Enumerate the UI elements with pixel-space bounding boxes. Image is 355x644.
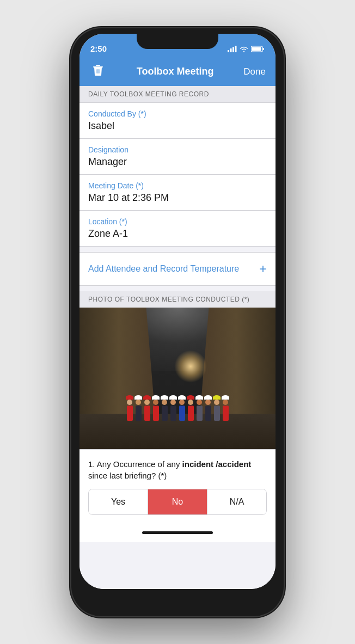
svg-rect-9 xyxy=(97,69,98,73)
phone-outer: 2:50 xyxy=(0,0,355,644)
conducted-by-value: Isabel xyxy=(88,120,267,132)
helmet xyxy=(161,395,168,400)
no-button[interactable]: No xyxy=(148,489,207,514)
nav-bar: Toolbox Meeting Done xyxy=(79,58,276,86)
person-1 xyxy=(126,395,133,421)
person-4 xyxy=(152,395,160,421)
helmet xyxy=(195,395,203,400)
conducted-by-field[interactable]: Conducted By (*) Isabel xyxy=(79,103,276,139)
svg-rect-2 xyxy=(232,47,234,52)
body xyxy=(223,406,229,421)
body xyxy=(179,406,185,421)
question-text-part1: Any Occurrence of any xyxy=(97,459,180,469)
body xyxy=(144,406,150,421)
designation-field[interactable]: Designation Manager xyxy=(79,139,276,175)
svg-rect-0 xyxy=(228,50,229,52)
question-number: 1. xyxy=(88,459,95,469)
photo-section-header: PHOTO OF TOOLBOX MEETING CONDUCTED (*) xyxy=(79,291,276,308)
phone-screen: 2:50 xyxy=(79,34,276,589)
person-3 xyxy=(143,395,151,421)
svg-rect-3 xyxy=(235,46,237,52)
helmet xyxy=(204,395,212,400)
notch xyxy=(137,34,218,49)
yes-button[interactable]: Yes xyxy=(89,489,148,514)
question-text: 1. Any Occurrence of any incident /accid… xyxy=(88,458,267,481)
tunnel-light xyxy=(174,350,207,383)
helmet xyxy=(126,395,133,400)
meeting-date-label: Meeting Date (*) xyxy=(88,181,267,190)
body xyxy=(162,406,168,421)
delete-button[interactable] xyxy=(89,61,107,82)
helmet xyxy=(187,395,194,400)
battery-icon xyxy=(251,46,265,52)
svg-rect-7 xyxy=(93,66,103,68)
location-field[interactable]: Location (*) Zone A-1 xyxy=(79,211,276,246)
svg-rect-1 xyxy=(230,48,232,52)
question-section: 1. Any Occurrence of any incident /accid… xyxy=(79,449,276,524)
person-5 xyxy=(161,395,168,421)
helmet xyxy=(169,395,177,400)
body xyxy=(127,406,133,421)
helmet xyxy=(222,395,229,400)
helmet xyxy=(143,395,151,400)
na-button[interactable]: N/A xyxy=(207,489,266,514)
svg-rect-10 xyxy=(99,69,100,73)
status-time: 2:50 xyxy=(90,44,107,53)
body xyxy=(197,406,203,421)
plus-icon: + xyxy=(259,261,267,277)
person-2 xyxy=(134,395,142,421)
question-highlight: incident /accident xyxy=(182,459,252,469)
status-icons xyxy=(228,46,265,52)
person-10 xyxy=(204,395,212,421)
designation-value: Manager xyxy=(88,156,267,168)
person-9 xyxy=(195,395,203,421)
body xyxy=(214,406,220,421)
body xyxy=(205,406,211,421)
person-11 xyxy=(213,395,221,421)
nav-title: Toolbox Meeting xyxy=(137,66,214,77)
person-12 xyxy=(222,395,229,421)
body xyxy=(188,406,194,421)
location-value: Zone A-1 xyxy=(88,228,267,240)
conducted-by-label: Conducted By (*) xyxy=(88,109,267,118)
meeting-date-value: Mar 10 at 2:36 PM xyxy=(88,192,267,204)
content-area: DAILY TOOLBOX MEETING RECORD Conducted B… xyxy=(79,86,276,589)
helmet xyxy=(134,395,142,400)
location-label: Location (*) xyxy=(88,217,267,226)
body xyxy=(136,406,142,421)
body xyxy=(170,406,176,421)
svg-rect-6 xyxy=(252,47,261,51)
svg-rect-8 xyxy=(96,65,100,66)
photo-container[interactable] xyxy=(79,308,276,449)
designation-label: Designation xyxy=(88,145,267,154)
wifi-icon xyxy=(240,46,248,52)
bottom-safe-area xyxy=(79,524,276,542)
phone-frame: 2:50 xyxy=(71,28,284,616)
done-button[interactable]: Done xyxy=(243,66,266,77)
helmet xyxy=(178,395,186,400)
photo-scene xyxy=(79,308,276,449)
answer-buttons: Yes No N/A xyxy=(88,489,267,515)
people-group xyxy=(89,395,266,421)
daily-record-header: DAILY TOOLBOX MEETING RECORD xyxy=(79,86,276,102)
trash-icon xyxy=(93,64,103,76)
helmet xyxy=(213,395,221,400)
svg-rect-5 xyxy=(263,48,265,50)
body xyxy=(153,406,159,421)
helmet xyxy=(152,395,160,400)
signal-icon xyxy=(228,46,237,52)
add-attendee-text: Add Attendee and Record Temperature xyxy=(88,264,239,274)
add-attendee-row[interactable]: Add Attendee and Record Temperature + xyxy=(79,252,276,286)
question-text-part2: since last briefing? (*) xyxy=(88,471,167,480)
form-section: Conducted By (*) Isabel Designation Mana… xyxy=(79,102,276,247)
person-8 xyxy=(187,395,194,421)
person-6 xyxy=(169,395,177,421)
home-indicator xyxy=(142,531,213,534)
meeting-date-field[interactable]: Meeting Date (*) Mar 10 at 2:36 PM xyxy=(79,175,276,211)
person-7 xyxy=(178,395,186,421)
